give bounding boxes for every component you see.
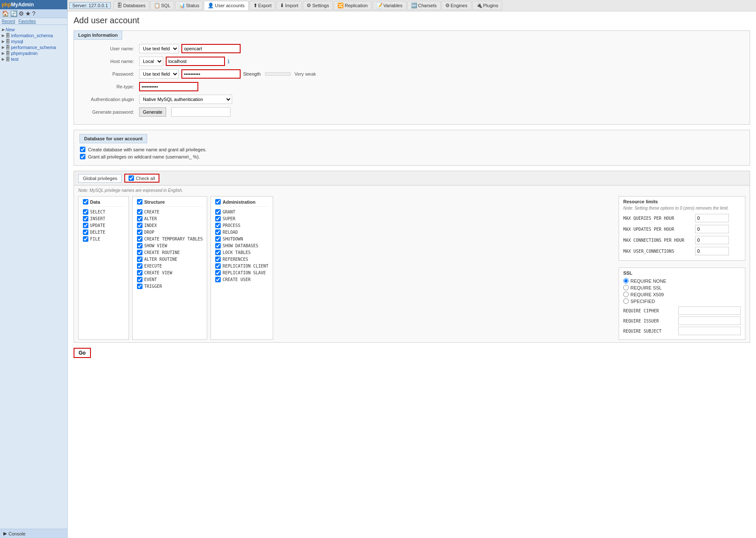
delete-checkbox[interactable] [83,229,88,235]
process-checkbox[interactable] [215,223,221,228]
ssl-specified-radio[interactable] [623,298,629,304]
grant-checkbox[interactable] [215,209,221,215]
data-group-checkbox[interactable] [83,199,88,205]
gen-password-row: Generate password: Generate [80,107,744,117]
username-type-select[interactable]: Use text field [139,44,179,53]
create-user-checkbox[interactable] [215,277,221,282]
global-privileges-tab[interactable]: Global privileges [78,174,122,183]
page-title: Add user account [74,16,750,25]
tab-databases[interactable]: 🗄 Databases [113,1,149,10]
ssl-cipher-input[interactable] [678,306,741,315]
max-connections-input[interactable] [695,236,729,244]
info-icon[interactable]: ℹ [227,58,230,65]
tab-replication[interactable]: 🔀 Replication [334,1,371,10]
index-checkbox[interactable] [137,223,142,228]
check-all-checkbox[interactable] [129,175,134,181]
db-name: mysql [11,39,23,44]
replication-slave-checkbox[interactable] [215,270,221,276]
ssl-issuer-input[interactable] [678,317,741,325]
structure-group-checkbox[interactable] [137,199,142,205]
admin-group-checkbox[interactable] [215,199,221,205]
db-wildcard-row: Grant all privileges on wildcard name (u… [80,154,744,159]
update-checkbox[interactable] [83,223,88,228]
sidebar-item-phpmyadmin[interactable]: ▶ 🗄 phpmyadmin [2,50,66,56]
gen-password-input[interactable] [171,107,230,117]
sidebar-item-performance_schema[interactable]: ▶ 🗄 performance_schema [2,44,66,50]
favorite-icon[interactable]: ★ [25,10,31,17]
right-panels: Resource limits Note: Setting these opti… [619,196,745,340]
check-all-button[interactable]: Check all [124,174,159,183]
lock-tables-checkbox[interactable] [215,250,221,255]
ssl-require-x509-radio[interactable] [623,292,629,297]
db-wildcard-checkbox[interactable] [80,154,85,159]
retype-input[interactable] [139,82,198,91]
sidebar-item-test[interactable]: ▶ 🗄 test [2,56,66,62]
alter-checkbox[interactable] [137,216,142,221]
db-icon: 🗄 [5,57,10,62]
help-icon[interactable]: ? [32,10,36,17]
go-button[interactable]: Go [74,348,91,358]
priv-event: EVENT [137,277,203,282]
hostname-type-select[interactable]: Local [139,57,163,66]
execute-checkbox[interactable] [137,263,142,269]
hostname-input[interactable] [166,57,225,66]
tab-plugins[interactable]: 🔌 Plugins [472,1,502,10]
new-db-item[interactable]: ▶ New [2,27,66,33]
tab-import[interactable]: ⬇ Import [276,1,302,10]
max-updates-input[interactable] [695,225,729,233]
password-input[interactable] [181,69,241,79]
show-dbs-checkbox[interactable] [215,243,221,249]
password-type-select[interactable]: Use text field [139,69,179,79]
sidebar-item-mysql[interactable]: ▶ 🗄 mysql [2,38,66,44]
max-queries-input[interactable] [695,214,729,222]
ssl-require-none-radio[interactable] [623,278,629,284]
create-routine-checkbox[interactable] [137,250,142,255]
tab-charsets-label: Charsets [418,3,437,8]
replication-client-checkbox[interactable] [215,263,221,269]
recent-link[interactable]: Recent [2,19,15,24]
ssl-subject-input[interactable] [678,327,741,335]
tab-sql[interactable]: 📋 SQL [150,1,174,10]
engines-icon: ⚙ [445,3,450,8]
max-user-connections-input[interactable] [695,247,729,255]
tab-charsets[interactable]: 🔤 Charsets [407,1,441,10]
favorites-link[interactable]: Favorites [19,19,36,24]
db-icon: 🗄 [5,39,10,44]
tab-user-accounts[interactable]: 👤 User accounts [204,1,248,10]
tab-variables[interactable]: 📝 Variables [373,1,406,10]
trigger-checkbox[interactable] [137,284,142,289]
db-same-name-checkbox[interactable] [80,147,85,152]
refresh-icon[interactable]: 🔄 [10,10,17,17]
select-checkbox[interactable] [83,209,88,215]
file-checkbox[interactable] [83,236,88,242]
shutdown-checkbox[interactable] [215,236,221,242]
username-input[interactable] [181,44,241,53]
settings-icon[interactable]: ⚙ [19,10,24,17]
resource-limits-note: Note: Setting these options to 0 (zero) … [623,206,741,210]
event-checkbox[interactable] [137,277,142,282]
tab-settings[interactable]: ⚙ Settings [303,1,333,10]
create-checkbox[interactable] [137,209,142,215]
ssl-require-ssl-radio[interactable] [623,285,629,290]
create-temp-checkbox[interactable] [137,236,142,242]
references-checkbox[interactable] [215,257,221,262]
tab-export[interactable]: ⬆ Export [249,1,276,10]
home-icon[interactable]: 🏠 [2,10,9,17]
create-view-checkbox[interactable] [137,270,142,276]
sidebar-item-information_schema[interactable]: ▶ 🗄 information_schema [2,33,66,38]
alter-routine-checkbox[interactable] [137,257,142,262]
reload-checkbox[interactable] [215,229,221,235]
insert-checkbox[interactable] [83,216,88,221]
super-checkbox[interactable] [215,216,221,221]
login-section-content: User name: Use text field Host name: Loc… [74,40,750,124]
tab-status[interactable]: 📊 Status [175,1,203,10]
phpmyadmin-logo[interactable]: phpMyAdmin [2,2,34,8]
generate-button[interactable]: Generate [139,107,166,117]
auth-plugin-select[interactable]: Native MySQL authentication [139,95,232,104]
drop-checkbox[interactable] [137,229,142,235]
ssl-header: SSL [623,270,741,276]
priv-reload: RELOAD [215,229,268,235]
console-button[interactable]: ▶ Console [0,529,67,538]
tab-engines[interactable]: ⚙ Engines [441,1,471,10]
show-view-checkbox[interactable] [137,243,142,249]
